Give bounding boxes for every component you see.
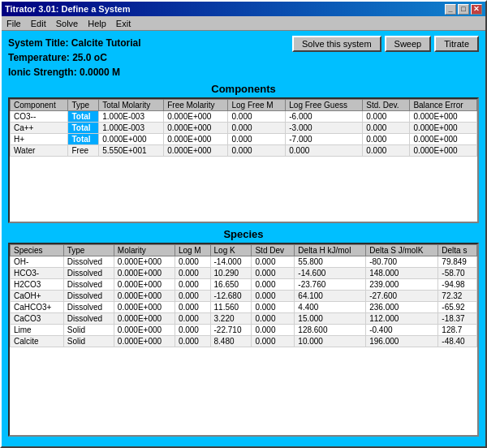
table-cell: 0.000 bbox=[252, 279, 295, 291]
table-cell: Total bbox=[68, 134, 99, 145]
table-cell: Calcite bbox=[11, 336, 64, 347]
table-cell: -7.000 bbox=[286, 134, 363, 145]
table-cell: 0.000 bbox=[175, 313, 210, 325]
species-col-header: Delta s bbox=[438, 245, 477, 256]
minimize-button[interactable]: _ bbox=[445, 4, 456, 15]
table-cell: 10.290 bbox=[210, 268, 252, 279]
table-cell: 0.000E+000 bbox=[410, 145, 477, 157]
table-row: Ca++Total1.000E-0030.000E+0000.000-3.000… bbox=[11, 123, 477, 134]
species-table: SpeciesTypeMolarityLog MLog KStd DevDelt… bbox=[10, 244, 477, 347]
menu-bar: File Edit Solve Help Exit bbox=[2, 16, 485, 31]
sweep-button[interactable]: Sweep bbox=[385, 36, 432, 52]
table-cell: 0.000 bbox=[252, 325, 295, 336]
table-cell: 8.480 bbox=[210, 336, 252, 347]
table-row: CalciteSolid0.000E+0000.0008.4800.00010.… bbox=[11, 336, 477, 347]
table-cell: Dissolved bbox=[63, 313, 114, 325]
components-col-header: Free Molarity bbox=[164, 100, 228, 111]
table-cell: -3.000 bbox=[286, 123, 363, 134]
components-col-header: Component bbox=[11, 100, 68, 111]
table-cell: 0.000E+000 bbox=[114, 302, 175, 313]
table-cell: 72.32 bbox=[438, 291, 477, 302]
table-cell: Dissolved bbox=[63, 256, 114, 268]
table-cell: Dissolved bbox=[63, 291, 114, 302]
close-button[interactable]: ✕ bbox=[471, 4, 482, 15]
table-cell: 55.800 bbox=[295, 256, 366, 268]
table-cell: 0.000 bbox=[175, 336, 210, 347]
table-cell: Dissolved bbox=[63, 302, 114, 313]
menu-solve[interactable]: Solve bbox=[51, 17, 84, 30]
table-cell: Solid bbox=[63, 336, 114, 347]
components-col-header: Type bbox=[68, 100, 99, 111]
table-row: CaCO3Dissolved0.000E+0000.0003.2200.0001… bbox=[11, 313, 477, 325]
table-cell: -22.710 bbox=[210, 325, 252, 336]
table-cell: 0.000 bbox=[175, 256, 210, 268]
components-table-container[interactable]: ComponentTypeTotal MolarityFree Molarity… bbox=[8, 97, 479, 223]
table-cell: 11.560 bbox=[210, 302, 252, 313]
table-cell: 0.000E+000 bbox=[410, 111, 477, 123]
species-body: OH-Dissolved0.000E+0000.000-14.0000.0005… bbox=[11, 256, 477, 347]
table-row: OH-Dissolved0.000E+0000.000-14.0000.0005… bbox=[11, 256, 477, 268]
table-cell: 0.000 bbox=[363, 123, 410, 134]
table-cell: 236.000 bbox=[366, 302, 438, 313]
table-cell: 0.000E+000 bbox=[164, 123, 228, 134]
table-cell: Lime bbox=[11, 325, 64, 336]
solve-button[interactable]: Solve this system bbox=[292, 36, 381, 52]
table-cell: -94.98 bbox=[438, 279, 477, 291]
top-area: System Title: Calcite Tutorial Temperatu… bbox=[8, 36, 479, 80]
species-title: Species bbox=[8, 228, 479, 240]
table-cell: 0.000 bbox=[228, 111, 286, 123]
table-cell: Water bbox=[11, 145, 68, 157]
table-cell: OH- bbox=[11, 256, 64, 268]
table-cell: 0.000 bbox=[228, 123, 286, 134]
table-cell: 0.000E+000 bbox=[114, 291, 175, 302]
species-col-header: Log M bbox=[175, 245, 210, 256]
title-bar-buttons: _ □ ✕ bbox=[445, 4, 482, 15]
species-table-container[interactable]: SpeciesTypeMolarityLog MLog KStd DevDelt… bbox=[8, 243, 479, 437]
components-col-header: Total Molarity bbox=[99, 100, 164, 111]
table-cell: -6.000 bbox=[286, 111, 363, 123]
table-cell: 128.600 bbox=[295, 325, 366, 336]
main-window: Titrator 3.01: Define a System _ □ ✕ Fil… bbox=[0, 0, 487, 448]
table-cell: 0.000 bbox=[228, 145, 286, 157]
components-col-header: Log Free M bbox=[228, 100, 286, 111]
titrate-button[interactable]: Titrate bbox=[434, 36, 479, 52]
temperature: Temperature: 25.0 oC bbox=[8, 50, 141, 65]
table-cell: 148.000 bbox=[366, 268, 438, 279]
table-cell: 0.000E+000 bbox=[410, 134, 477, 145]
menu-exit[interactable]: Exit bbox=[111, 17, 136, 30]
table-cell: Total bbox=[68, 123, 99, 134]
table-cell: -0.400 bbox=[366, 325, 438, 336]
table-cell: -14.000 bbox=[210, 256, 252, 268]
table-cell: H+ bbox=[11, 134, 68, 145]
species-col-header: Molarity bbox=[114, 245, 175, 256]
menu-edit[interactable]: Edit bbox=[26, 17, 51, 30]
table-cell: Dissolved bbox=[63, 279, 114, 291]
table-cell: CaOH+ bbox=[11, 291, 64, 302]
table-cell: Dissolved bbox=[63, 268, 114, 279]
table-cell: 0.000 bbox=[175, 325, 210, 336]
table-cell: 128.7 bbox=[438, 325, 477, 336]
menu-help[interactable]: Help bbox=[83, 17, 111, 30]
table-row: HCO3-Dissolved0.000E+0000.00010.2900.000… bbox=[11, 268, 477, 279]
table-cell: 64.100 bbox=[295, 291, 366, 302]
table-row: LimeSolid0.000E+0000.000-22.7100.000128.… bbox=[11, 325, 477, 336]
table-cell: 0.000E+000 bbox=[164, 145, 228, 157]
table-cell: 0.000E+000 bbox=[114, 256, 175, 268]
table-cell: -58.70 bbox=[438, 268, 477, 279]
table-cell: 0.000E+000 bbox=[114, 313, 175, 325]
table-cell: Free bbox=[68, 145, 99, 157]
table-cell: 0.000 bbox=[252, 302, 295, 313]
menu-file[interactable]: File bbox=[2, 17, 26, 30]
table-cell: -65.92 bbox=[438, 302, 477, 313]
ionic-strength: Ionic Strength: 0.0000 M bbox=[8, 65, 141, 80]
table-cell: 196.000 bbox=[366, 336, 438, 347]
table-row: WaterFree5.550E+0010.000E+0000.0000.0000… bbox=[11, 145, 477, 157]
title-bar: Titrator 3.01: Define a System _ □ ✕ bbox=[2, 2, 485, 16]
components-title: Components bbox=[8, 83, 479, 95]
table-cell: 0.000 bbox=[252, 313, 295, 325]
table-cell: H2CO3 bbox=[11, 279, 64, 291]
table-cell: 0.000 bbox=[252, 256, 295, 268]
components-table: ComponentTypeTotal MolarityFree Molarity… bbox=[10, 99, 477, 157]
maximize-button[interactable]: □ bbox=[458, 4, 469, 15]
table-cell: 1.000E-003 bbox=[99, 123, 164, 134]
